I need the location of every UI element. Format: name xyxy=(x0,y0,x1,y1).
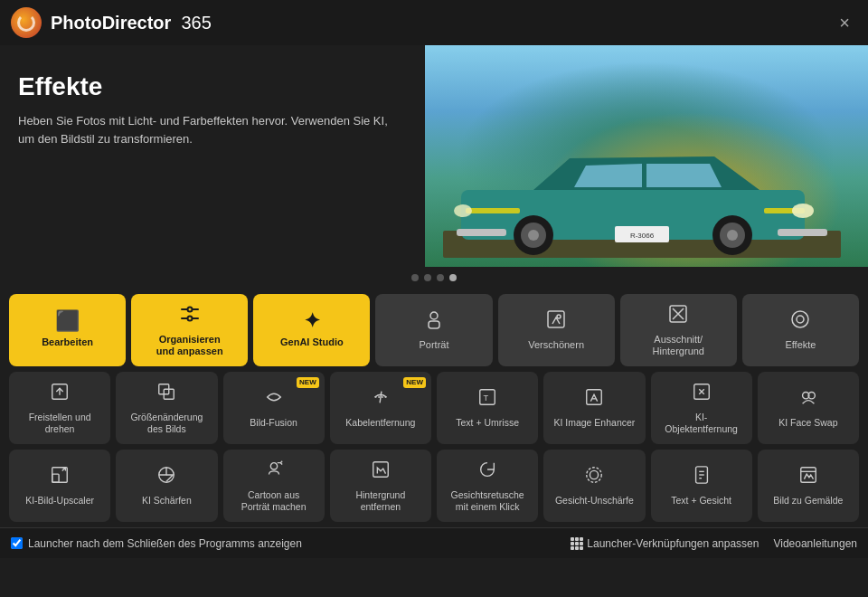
gemaelde-icon xyxy=(798,465,818,489)
hintergrund-icon xyxy=(371,460,391,484)
svg-line-33 xyxy=(380,392,382,403)
footer: Launcher nach dem Schließen des Programm… xyxy=(0,527,868,558)
sub-btn-kiobjekt[interactable]: KI-Objektentfernung xyxy=(651,372,752,444)
badge-new-kabel: NEW xyxy=(403,377,426,388)
bearbeiten-icon: ⬛ xyxy=(55,311,80,331)
footer-right: Launcher-Verknüpfungen anpassen Videoanl… xyxy=(571,537,857,550)
shortcuts-label: Launcher-Verknüpfungen anpassen xyxy=(587,537,759,550)
organisieren-icon xyxy=(179,303,201,328)
main-btn-ausschnitt[interactable]: Ausschnitt/ Hintergrund xyxy=(620,294,737,366)
main-btn-genai[interactable]: ✦ GenAI Studio xyxy=(253,294,370,366)
hero-image: R-3066 xyxy=(425,45,868,267)
svg-rect-8 xyxy=(466,208,520,213)
sub-btn-groesse[interactable]: Größenänderung des Bilds xyxy=(116,372,217,444)
svg-rect-36 xyxy=(587,390,602,405)
main-btn-verschoenern[interactable]: Verschönern xyxy=(498,294,615,366)
sub-btn-gesicht[interactable]: Gesichtsretusche mit einem Klick xyxy=(437,450,538,522)
gesichtunscharf-icon xyxy=(584,465,604,489)
kiobjekt-icon xyxy=(692,382,712,406)
sub-btn-gemaelde[interactable]: Bild zu Gemälde xyxy=(758,450,859,522)
tutorials-link[interactable]: Videoanleitungen xyxy=(773,537,857,550)
svg-point-28 xyxy=(797,316,804,323)
groesse-icon xyxy=(156,382,176,406)
effekte-icon xyxy=(789,308,811,334)
svg-point-10 xyxy=(792,204,814,218)
title-bar: PhotoDirector 365 × xyxy=(0,0,868,45)
svg-point-21 xyxy=(187,316,192,320)
svg-point-27 xyxy=(792,311,808,327)
sub-btn-kifaceswap[interactable]: KI Face Swap xyxy=(758,372,859,444)
svg-text:T: T xyxy=(484,393,489,403)
hero-description: Heben Sie Fotos mit Licht- und Farbeffek… xyxy=(18,112,407,147)
sub-btn-textgesicht[interactable]: Text + Gesicht xyxy=(651,450,752,522)
bildfusion-icon xyxy=(264,387,284,412)
textgesicht-icon xyxy=(692,465,712,489)
kiupscaler-icon xyxy=(50,465,70,489)
sub-btn-kiupscaler[interactable]: KI-Bild-Upscaler xyxy=(9,450,110,522)
main-button-row: ⬛ Bearbeiten Organisieren und anpassen ✦… xyxy=(0,289,868,372)
tutorials-label: Videoanleitungen xyxy=(773,537,857,550)
genai-icon: ✦ xyxy=(304,311,320,331)
sub-btn-hintergrund[interactable]: Hintergrund entfernen xyxy=(330,450,431,522)
main-btn-bearbeiten[interactable]: ⬛ Bearbeiten xyxy=(9,294,126,366)
shortcuts-link[interactable]: Launcher-Verknüpfungen anpassen xyxy=(571,537,759,550)
svg-point-43 xyxy=(270,463,277,469)
hero-dots xyxy=(0,267,868,289)
freistellen-icon xyxy=(50,382,70,406)
sub-btn-cartoon[interactable]: Cartoon aus Porträt machen xyxy=(223,450,325,522)
textumrisse-icon: T xyxy=(477,387,497,412)
kienhancer-icon xyxy=(584,387,604,412)
svg-rect-24 xyxy=(548,311,564,327)
svg-point-45 xyxy=(587,468,602,483)
dot-1[interactable] xyxy=(411,274,419,281)
gesicht-icon xyxy=(477,460,497,484)
svg-rect-14 xyxy=(457,229,506,236)
badge-new-bildfusion: NEW xyxy=(297,377,319,388)
svg-point-46 xyxy=(590,471,599,479)
sub-btn-textumrisse[interactable]: T Text + Umrisse xyxy=(437,372,538,444)
svg-point-25 xyxy=(557,315,561,318)
svg-point-7 xyxy=(727,230,738,241)
svg-point-4 xyxy=(528,230,539,241)
launcher-checkbox[interactable] xyxy=(11,537,23,549)
app-logo xyxy=(11,7,42,38)
svg-rect-23 xyxy=(429,321,439,328)
grid-icon xyxy=(571,537,583,550)
svg-point-22 xyxy=(430,312,438,319)
verschoenern-icon xyxy=(545,308,567,334)
svg-text:R-3066: R-3066 xyxy=(630,232,655,240)
sub-btn-freistellen[interactable]: Freistellen und drehen xyxy=(9,372,110,444)
dot-3[interactable] xyxy=(437,274,444,281)
svg-point-18 xyxy=(187,307,192,311)
dot-4-active[interactable] xyxy=(449,274,457,281)
sub-button-row: Freistellen und drehen Größenänderung de… xyxy=(0,372,868,450)
sub-btn-kabelentfernung[interactable]: NEW Kabelentfernung xyxy=(330,372,431,444)
kabelentfernung-icon xyxy=(371,387,391,412)
svg-rect-51 xyxy=(801,468,816,483)
launcher-checkbox-container: Launcher nach dem Schließen des Programm… xyxy=(11,537,302,550)
main-btn-effekte[interactable]: Effekte xyxy=(742,294,859,366)
sub-btn-bildfusion[interactable]: NEW Bild-Fusion xyxy=(223,372,325,444)
sub-btn-kischarfen[interactable]: KI Schärfen xyxy=(116,450,217,522)
hero-text: Effekte Heben Sie Fotos mit Licht- und F… xyxy=(0,45,425,267)
svg-point-11 xyxy=(454,204,472,217)
hero-heading: Effekte xyxy=(18,72,407,101)
kischarfen-icon xyxy=(156,465,176,489)
dot-2[interactable] xyxy=(424,274,431,281)
svg-rect-15 xyxy=(778,229,827,236)
hero-section: Effekte Heben Sie Fotos mit Licht- und F… xyxy=(0,45,868,267)
ausschnitt-icon xyxy=(667,303,689,328)
launcher-checkbox-label: Launcher nach dem Schließen des Programm… xyxy=(28,537,302,550)
row3-button-row: KI-Bild-Upscaler KI Schärfen Cartoon aus… xyxy=(0,450,868,527)
main-btn-organisieren[interactable]: Organisieren und anpassen xyxy=(131,294,248,366)
sub-btn-gesichtunscharf[interactable]: Gesicht-Unschärfe xyxy=(543,450,645,522)
cartoon-icon xyxy=(264,460,284,484)
portraet-icon xyxy=(423,308,445,334)
sub-btn-kienhancer[interactable]: KI Image Enhancer xyxy=(543,372,645,444)
svg-rect-40 xyxy=(52,474,59,482)
kifaceswap-icon xyxy=(798,387,818,412)
app-title: PhotoDirector 365 xyxy=(51,13,212,33)
close-button[interactable]: × xyxy=(832,10,857,35)
main-btn-portraet[interactable]: Porträt xyxy=(375,294,492,366)
svg-rect-44 xyxy=(373,462,389,478)
